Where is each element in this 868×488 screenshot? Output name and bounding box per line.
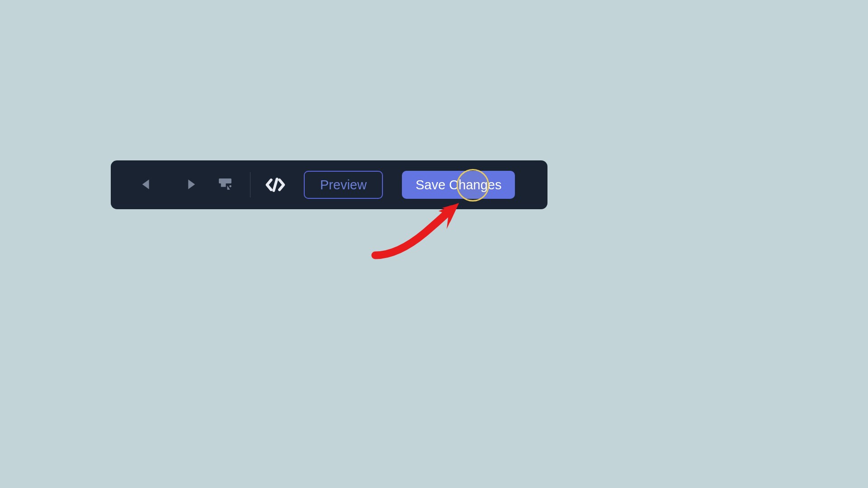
undo-button-overlay[interactable] (138, 175, 161, 193)
toolbar-divider (250, 172, 250, 197)
annotation-arrow (371, 201, 466, 264)
redo-button-overlay[interactable] (176, 175, 199, 193)
code-view-button[interactable] (264, 174, 287, 196)
undo-icon (141, 178, 158, 191)
format-painter-button[interactable] (214, 174, 236, 196)
code-icon (265, 177, 285, 193)
svg-point-1 (229, 185, 231, 188)
svg-line-2 (274, 179, 277, 191)
format-painter-icon (217, 177, 234, 192)
save-changes-button-label: Save Changes (415, 178, 501, 192)
preview-button-label: Preview (320, 178, 367, 192)
save-changes-button[interactable]: Save Changes (402, 171, 515, 199)
preview-button[interactable]: Preview (304, 171, 383, 199)
svg-rect-0 (219, 178, 231, 183)
redo-icon (179, 178, 196, 191)
